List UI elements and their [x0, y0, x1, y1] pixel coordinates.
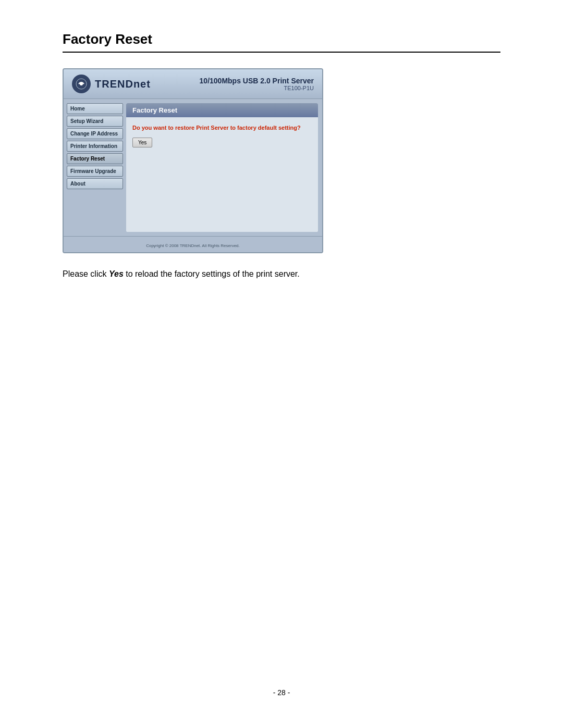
page-container: Factory Reset TRENDnet 10/100Mbps USB 2.…	[0, 0, 563, 728]
trendnet-logo-icon	[72, 75, 91, 93]
model-title: 10/100Mbps USB 2.0 Print Server	[200, 77, 314, 85]
nav-factory-reset[interactable]: Factory Reset	[67, 153, 123, 164]
device-header: TRENDnet 10/100Mbps USB 2.0 Print Server…	[64, 69, 322, 99]
nav-change-ip[interactable]: Change IP Address	[67, 128, 123, 139]
nav-setup-wizard[interactable]: Setup Wizard	[67, 116, 123, 127]
device-footer: Copyright © 2008 TRENDnet. All Rights Re…	[64, 236, 322, 252]
nav-firmware-upgrade[interactable]: Firmware Upgrade	[67, 166, 123, 177]
svg-point-1	[80, 82, 83, 85]
nav-home[interactable]: Home	[67, 103, 123, 114]
content-title: Factory Reset	[132, 106, 312, 114]
section-title-area: Factory Reset	[63, 31, 500, 53]
reset-question-text: Do you want to restore Print Server to f…	[132, 125, 312, 131]
description-prefix: Please click	[63, 269, 109, 278]
device-model-info: 10/100Mbps USB 2.0 Print Server TE100-P1…	[200, 77, 314, 91]
device-sidebar: Home Setup Wizard Change IP Address Prin…	[64, 99, 126, 236]
yes-button[interactable]: Yes	[132, 138, 152, 147]
content-body: Do you want to restore Print Server to f…	[126, 117, 318, 232]
nav-about[interactable]: About	[67, 178, 123, 189]
logo-text: TRENDnet	[95, 78, 151, 90]
description-text: Please click Yes to reload the factory s…	[63, 268, 500, 280]
device-ui-screenshot: TRENDnet 10/100Mbps USB 2.0 Print Server…	[63, 68, 323, 253]
footer-copyright: Copyright © 2008 TRENDnet. All Rights Re…	[146, 243, 240, 248]
device-logo: TRENDnet	[72, 75, 151, 93]
content-header: Factory Reset	[126, 103, 318, 117]
description-bold: Yes	[109, 269, 124, 278]
nav-printer-info[interactable]: Printer Information	[67, 141, 123, 152]
description-suffix: to reload the factory settings of the pr…	[124, 269, 300, 278]
page-number: - 28 -	[273, 688, 290, 697]
page-title: Factory Reset	[63, 31, 500, 47]
device-content: Factory Reset Do you want to restore Pri…	[126, 103, 318, 232]
model-number: TE100-P1U	[200, 85, 314, 91]
device-body: Home Setup Wizard Change IP Address Prin…	[64, 99, 322, 236]
